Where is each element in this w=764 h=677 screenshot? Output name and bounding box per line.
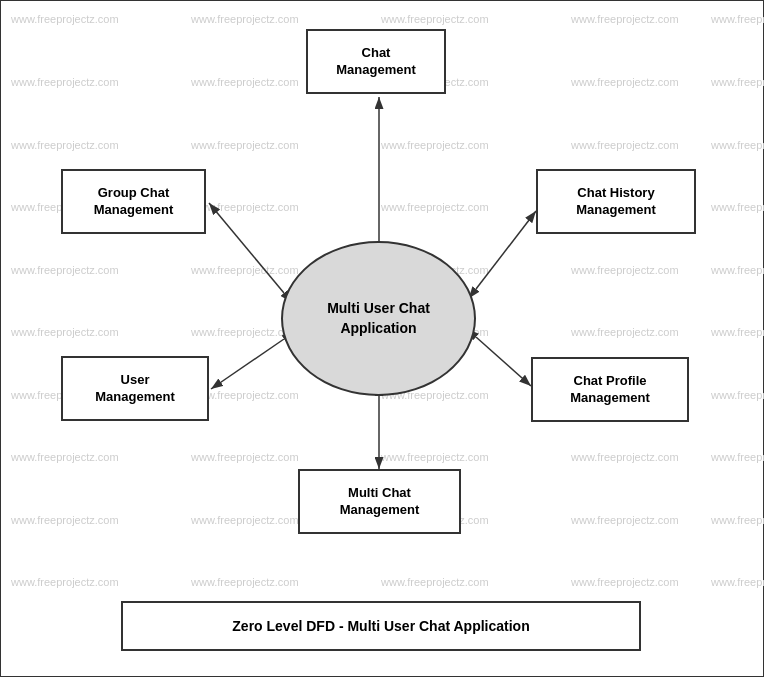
center-node: Multi User ChatApplication xyxy=(281,241,476,396)
watermark: www.freeprojectz.com xyxy=(191,264,299,276)
chat-management-label: ChatManagement xyxy=(336,45,415,79)
watermark: www.freeprojectz.com xyxy=(11,76,119,88)
watermark: www.freeprojectz.com xyxy=(711,451,764,463)
watermark: www.freeprojectz.com xyxy=(711,576,764,588)
user-management-box: UserManagement xyxy=(61,356,209,421)
watermark: www.freeprojectz.com xyxy=(571,514,679,526)
watermark: www.freeprojectz.com xyxy=(191,514,299,526)
watermark: www.freeprojectz.com xyxy=(571,264,679,276)
watermark: www.freeprojectz.com xyxy=(191,576,299,588)
diagram-container: www.freeprojectz.com www.freeprojectz.co… xyxy=(0,0,764,677)
watermark: www.freeprojectz.com xyxy=(191,13,299,25)
title-box: Zero Level DFD - Multi User Chat Applica… xyxy=(121,601,641,651)
watermark: www.freeprojectz.com xyxy=(571,576,679,588)
watermark: www.freeprojectz.com xyxy=(711,139,764,151)
group-chat-label: Group ChatManagement xyxy=(94,185,173,219)
watermark: www.freeprojectz.com xyxy=(11,326,119,338)
watermark: www.freeprojectz.com xyxy=(711,76,764,88)
watermark: www.freeprojectz.com xyxy=(571,13,679,25)
watermark: www.freeprojectz.com xyxy=(11,139,119,151)
svg-line-5 xyxy=(211,339,284,389)
watermark: www.freeprojectz.com xyxy=(381,576,489,588)
multi-chat-label: Multi ChatManagement xyxy=(340,485,419,519)
watermark: www.freeprojectz.com xyxy=(571,451,679,463)
watermark: www.freeprojectz.com xyxy=(191,201,299,213)
watermark: www.freeprojectz.com xyxy=(711,514,764,526)
center-label: Multi User ChatApplication xyxy=(327,299,430,338)
watermark: www.freeprojectz.com xyxy=(711,201,764,213)
svg-line-4 xyxy=(476,211,536,289)
watermark: www.freeprojectz.com xyxy=(11,264,119,276)
chat-management-box: ChatManagement xyxy=(306,29,446,94)
watermark: www.freeprojectz.com xyxy=(571,76,679,88)
watermark: www.freeprojectz.com xyxy=(381,13,489,25)
watermark: www.freeprojectz.com xyxy=(381,201,489,213)
group-chat-box: Group ChatManagement xyxy=(61,169,206,234)
watermark: www.freeprojectz.com xyxy=(191,139,299,151)
watermark: www.freeprojectz.com xyxy=(191,76,299,88)
watermark: www.freeprojectz.com xyxy=(711,264,764,276)
user-management-label: UserManagement xyxy=(95,372,174,406)
diagram-title: Zero Level DFD - Multi User Chat Applica… xyxy=(232,618,529,634)
watermark: www.freeprojectz.com xyxy=(11,451,119,463)
chat-history-box: Chat HistoryManagement xyxy=(536,169,696,234)
svg-line-6 xyxy=(476,337,531,386)
chat-history-label: Chat HistoryManagement xyxy=(576,185,655,219)
watermark: www.freeprojectz.com xyxy=(711,389,764,401)
chat-profile-label: Chat ProfileManagement xyxy=(570,373,649,407)
watermark: www.freeprojectz.com xyxy=(11,13,119,25)
svg-line-3 xyxy=(209,203,284,293)
watermark: www.freeprojectz.com xyxy=(711,326,764,338)
watermark: www.freeprojectz.com xyxy=(11,576,119,588)
watermark: www.freeprojectz.com xyxy=(571,326,679,338)
chat-profile-box: Chat ProfileManagement xyxy=(531,357,689,422)
watermark: www.freeprojectz.com xyxy=(381,451,489,463)
watermark: www.freeprojectz.com xyxy=(571,139,679,151)
watermark: www.freeprojectz.com xyxy=(381,139,489,151)
watermark: www.freeprojectz.com xyxy=(711,13,764,25)
watermark: www.freeprojectz.com xyxy=(11,514,119,526)
watermark: www.freeprojectz.com xyxy=(191,451,299,463)
multi-chat-box: Multi ChatManagement xyxy=(298,469,461,534)
